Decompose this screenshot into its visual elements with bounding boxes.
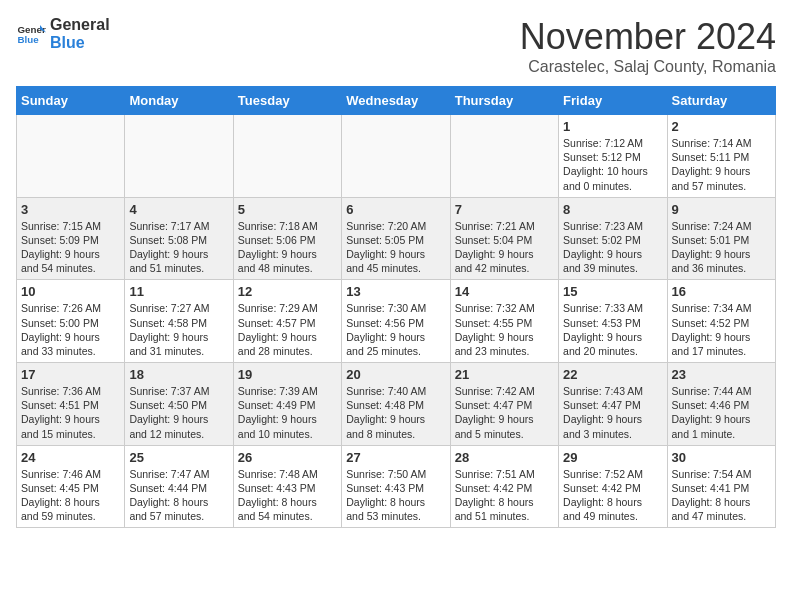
- day-info: Sunrise: 7:14 AM Sunset: 5:11 PM Dayligh…: [672, 136, 771, 193]
- calendar-cell: 1Sunrise: 7:12 AM Sunset: 5:12 PM Daylig…: [559, 115, 667, 198]
- day-number: 26: [238, 450, 337, 465]
- calendar-cell: 29Sunrise: 7:52 AM Sunset: 4:42 PM Dayli…: [559, 445, 667, 528]
- logo-blue-text: Blue: [50, 34, 110, 52]
- day-number: 3: [21, 202, 120, 217]
- calendar-cell: 21Sunrise: 7:42 AM Sunset: 4:47 PM Dayli…: [450, 363, 558, 446]
- calendar-cell: 15Sunrise: 7:33 AM Sunset: 4:53 PM Dayli…: [559, 280, 667, 363]
- day-number: 19: [238, 367, 337, 382]
- day-info: Sunrise: 7:12 AM Sunset: 5:12 PM Dayligh…: [563, 136, 662, 193]
- day-number: 27: [346, 450, 445, 465]
- calendar-cell: 19Sunrise: 7:39 AM Sunset: 4:49 PM Dayli…: [233, 363, 341, 446]
- calendar-cell: 7Sunrise: 7:21 AM Sunset: 5:04 PM Daylig…: [450, 197, 558, 280]
- weekday-header-tuesday: Tuesday: [233, 87, 341, 115]
- day-info: Sunrise: 7:51 AM Sunset: 4:42 PM Dayligh…: [455, 467, 554, 524]
- calendar-cell: 30Sunrise: 7:54 AM Sunset: 4:41 PM Dayli…: [667, 445, 775, 528]
- day-info: Sunrise: 7:20 AM Sunset: 5:05 PM Dayligh…: [346, 219, 445, 276]
- day-info: Sunrise: 7:48 AM Sunset: 4:43 PM Dayligh…: [238, 467, 337, 524]
- week-row-2: 3Sunrise: 7:15 AM Sunset: 5:09 PM Daylig…: [17, 197, 776, 280]
- calendar-cell: 11Sunrise: 7:27 AM Sunset: 4:58 PM Dayli…: [125, 280, 233, 363]
- week-row-4: 17Sunrise: 7:36 AM Sunset: 4:51 PM Dayli…: [17, 363, 776, 446]
- day-number: 10: [21, 284, 120, 299]
- day-number: 15: [563, 284, 662, 299]
- calendar-cell: 27Sunrise: 7:50 AM Sunset: 4:43 PM Dayli…: [342, 445, 450, 528]
- day-number: 28: [455, 450, 554, 465]
- title-section: November 2024 Carastelec, Salaj County, …: [520, 16, 776, 76]
- header: General Blue General Blue November 2024 …: [16, 16, 776, 76]
- calendar-cell: 28Sunrise: 7:51 AM Sunset: 4:42 PM Dayli…: [450, 445, 558, 528]
- calendar-cell: 14Sunrise: 7:32 AM Sunset: 4:55 PM Dayli…: [450, 280, 558, 363]
- weekday-header-monday: Monday: [125, 87, 233, 115]
- day-info: Sunrise: 7:29 AM Sunset: 4:57 PM Dayligh…: [238, 301, 337, 358]
- calendar-cell: 18Sunrise: 7:37 AM Sunset: 4:50 PM Dayli…: [125, 363, 233, 446]
- calendar-cell: [450, 115, 558, 198]
- weekday-header-thursday: Thursday: [450, 87, 558, 115]
- day-info: Sunrise: 7:33 AM Sunset: 4:53 PM Dayligh…: [563, 301, 662, 358]
- week-row-3: 10Sunrise: 7:26 AM Sunset: 5:00 PM Dayli…: [17, 280, 776, 363]
- day-info: Sunrise: 7:54 AM Sunset: 4:41 PM Dayligh…: [672, 467, 771, 524]
- day-number: 12: [238, 284, 337, 299]
- day-number: 18: [129, 367, 228, 382]
- calendar-cell: 6Sunrise: 7:20 AM Sunset: 5:05 PM Daylig…: [342, 197, 450, 280]
- calendar-cell: 26Sunrise: 7:48 AM Sunset: 4:43 PM Dayli…: [233, 445, 341, 528]
- day-number: 29: [563, 450, 662, 465]
- day-number: 7: [455, 202, 554, 217]
- day-number: 21: [455, 367, 554, 382]
- day-info: Sunrise: 7:44 AM Sunset: 4:46 PM Dayligh…: [672, 384, 771, 441]
- weekday-header-friday: Friday: [559, 87, 667, 115]
- calendar-cell: 12Sunrise: 7:29 AM Sunset: 4:57 PM Dayli…: [233, 280, 341, 363]
- day-number: 25: [129, 450, 228, 465]
- day-info: Sunrise: 7:47 AM Sunset: 4:44 PM Dayligh…: [129, 467, 228, 524]
- day-info: Sunrise: 7:46 AM Sunset: 4:45 PM Dayligh…: [21, 467, 120, 524]
- day-info: Sunrise: 7:50 AM Sunset: 4:43 PM Dayligh…: [346, 467, 445, 524]
- day-info: Sunrise: 7:24 AM Sunset: 5:01 PM Dayligh…: [672, 219, 771, 276]
- calendar-cell: 16Sunrise: 7:34 AM Sunset: 4:52 PM Dayli…: [667, 280, 775, 363]
- calendar-cell: [17, 115, 125, 198]
- calendar-cell: [342, 115, 450, 198]
- day-number: 13: [346, 284, 445, 299]
- calendar-cell: [233, 115, 341, 198]
- day-number: 24: [21, 450, 120, 465]
- day-info: Sunrise: 7:21 AM Sunset: 5:04 PM Dayligh…: [455, 219, 554, 276]
- calendar-cell: 25Sunrise: 7:47 AM Sunset: 4:44 PM Dayli…: [125, 445, 233, 528]
- day-number: 22: [563, 367, 662, 382]
- day-number: 8: [563, 202, 662, 217]
- calendar-cell: 17Sunrise: 7:36 AM Sunset: 4:51 PM Dayli…: [17, 363, 125, 446]
- calendar-cell: 23Sunrise: 7:44 AM Sunset: 4:46 PM Dayli…: [667, 363, 775, 446]
- day-number: 2: [672, 119, 771, 134]
- calendar-cell: 24Sunrise: 7:46 AM Sunset: 4:45 PM Dayli…: [17, 445, 125, 528]
- day-info: Sunrise: 7:37 AM Sunset: 4:50 PM Dayligh…: [129, 384, 228, 441]
- weekday-header-saturday: Saturday: [667, 87, 775, 115]
- location-title: Carastelec, Salaj County, Romania: [520, 58, 776, 76]
- calendar-cell: 3Sunrise: 7:15 AM Sunset: 5:09 PM Daylig…: [17, 197, 125, 280]
- weekday-header-sunday: Sunday: [17, 87, 125, 115]
- day-number: 23: [672, 367, 771, 382]
- day-number: 11: [129, 284, 228, 299]
- day-number: 30: [672, 450, 771, 465]
- week-row-1: 1Sunrise: 7:12 AM Sunset: 5:12 PM Daylig…: [17, 115, 776, 198]
- day-info: Sunrise: 7:23 AM Sunset: 5:02 PM Dayligh…: [563, 219, 662, 276]
- day-info: Sunrise: 7:26 AM Sunset: 5:00 PM Dayligh…: [21, 301, 120, 358]
- logo: General Blue General Blue: [16, 16, 110, 51]
- week-row-5: 24Sunrise: 7:46 AM Sunset: 4:45 PM Dayli…: [17, 445, 776, 528]
- day-info: Sunrise: 7:32 AM Sunset: 4:55 PM Dayligh…: [455, 301, 554, 358]
- day-number: 6: [346, 202, 445, 217]
- day-number: 17: [21, 367, 120, 382]
- day-info: Sunrise: 7:18 AM Sunset: 5:06 PM Dayligh…: [238, 219, 337, 276]
- day-info: Sunrise: 7:40 AM Sunset: 4:48 PM Dayligh…: [346, 384, 445, 441]
- day-info: Sunrise: 7:27 AM Sunset: 4:58 PM Dayligh…: [129, 301, 228, 358]
- calendar-cell: 4Sunrise: 7:17 AM Sunset: 5:08 PM Daylig…: [125, 197, 233, 280]
- day-info: Sunrise: 7:15 AM Sunset: 5:09 PM Dayligh…: [21, 219, 120, 276]
- day-number: 20: [346, 367, 445, 382]
- weekday-header-row: SundayMondayTuesdayWednesdayThursdayFrid…: [17, 87, 776, 115]
- day-number: 4: [129, 202, 228, 217]
- calendar-cell: 22Sunrise: 7:43 AM Sunset: 4:47 PM Dayli…: [559, 363, 667, 446]
- calendar-cell: 8Sunrise: 7:23 AM Sunset: 5:02 PM Daylig…: [559, 197, 667, 280]
- weekday-header-wednesday: Wednesday: [342, 87, 450, 115]
- day-info: Sunrise: 7:39 AM Sunset: 4:49 PM Dayligh…: [238, 384, 337, 441]
- day-info: Sunrise: 7:36 AM Sunset: 4:51 PM Dayligh…: [21, 384, 120, 441]
- calendar-cell: 5Sunrise: 7:18 AM Sunset: 5:06 PM Daylig…: [233, 197, 341, 280]
- calendar-cell: 10Sunrise: 7:26 AM Sunset: 5:00 PM Dayli…: [17, 280, 125, 363]
- calendar-cell: 13Sunrise: 7:30 AM Sunset: 4:56 PM Dayli…: [342, 280, 450, 363]
- logo-general-text: General: [50, 16, 110, 34]
- day-info: Sunrise: 7:34 AM Sunset: 4:52 PM Dayligh…: [672, 301, 771, 358]
